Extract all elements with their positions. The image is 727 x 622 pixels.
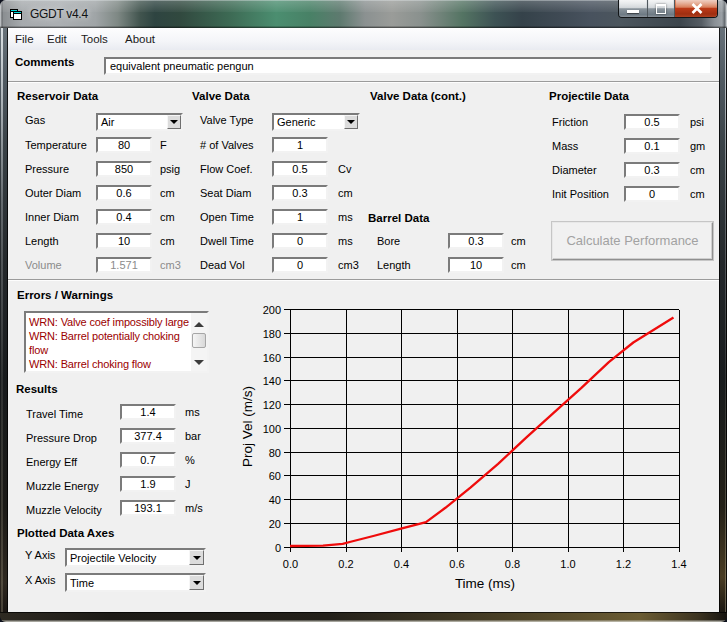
- svg-text:100: 100: [263, 423, 281, 435]
- svg-text:80: 80: [269, 447, 281, 459]
- svg-text:1.0: 1.0: [560, 558, 575, 570]
- svg-text:0.8: 0.8: [505, 558, 520, 570]
- svg-text:140: 140: [263, 375, 281, 387]
- svg-text:Time (ms): Time (ms): [455, 576, 515, 591]
- svg-text:0.6: 0.6: [449, 558, 464, 570]
- svg-text:1.4: 1.4: [671, 558, 686, 570]
- svg-text:180: 180: [263, 328, 281, 340]
- svg-text:1.2: 1.2: [616, 558, 631, 570]
- svg-text:40: 40: [269, 494, 281, 506]
- svg-text:0.2: 0.2: [338, 558, 353, 570]
- svg-text:20: 20: [269, 518, 281, 530]
- svg-text:Proj Vel (m/s): Proj Vel (m/s): [240, 386, 255, 467]
- svg-text:200: 200: [263, 304, 281, 316]
- svg-text:0: 0: [275, 542, 281, 554]
- svg-text:0.4: 0.4: [394, 558, 409, 570]
- svg-text:0.0: 0.0: [283, 558, 298, 570]
- svg-text:60: 60: [269, 470, 281, 482]
- svg-text:160: 160: [263, 352, 281, 364]
- svg-text:120: 120: [263, 399, 281, 411]
